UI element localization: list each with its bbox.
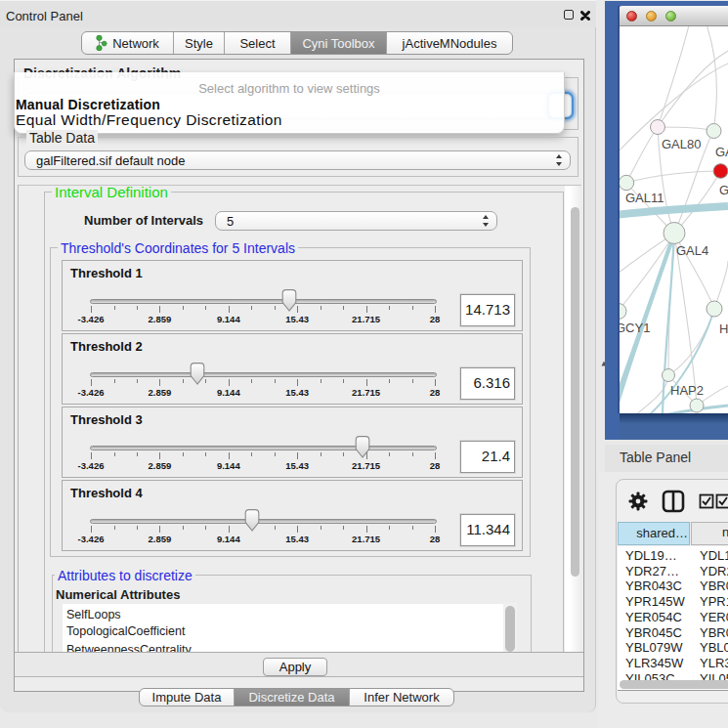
svg-text:GAL4: GAL4 [676,243,708,258]
svg-text:GAL80: GAL80 [662,137,701,151]
svg-text:H: H [719,321,728,336]
svg-text:GA: GA [715,145,728,159]
svg-text:G: G [719,183,728,197]
svg-text:GCY1: GCY1 [620,321,650,335]
svg-text:HAP2: HAP2 [670,383,704,398]
svg-text:GAL11: GAL11 [625,191,664,205]
